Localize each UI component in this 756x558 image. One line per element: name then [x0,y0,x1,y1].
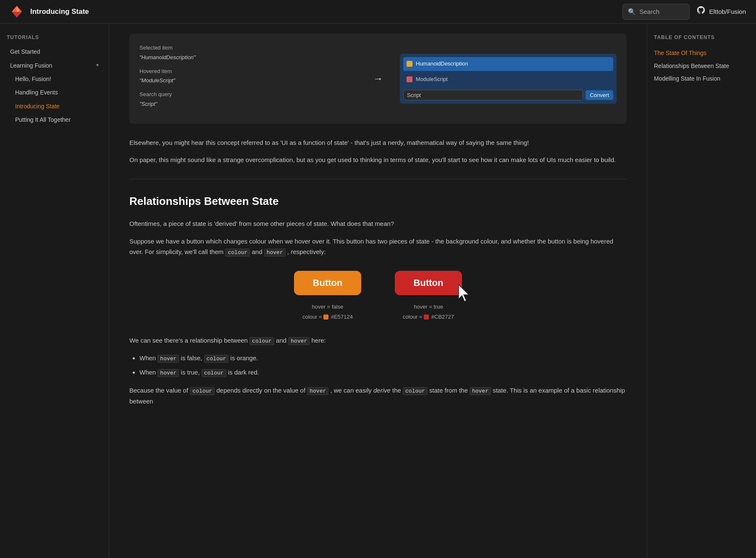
para-ui-as-function: Elsewhere, you might hear this concept r… [129,137,627,148]
para-derived: Oftentimes, a piece of state is 'derived… [129,218,627,229]
divider [129,179,627,179]
code-hover-true: hover [158,369,179,377]
demo-selected-value: "HumanoidDescription" [139,53,356,62]
sidebar-item-hello-fusion[interactable]: Hello, Fusion! [12,72,102,86]
italic-derive: derive [373,387,391,394]
btn-right-colour-swatch [424,314,429,320]
para-overcomplication: On paper, this might sound like a strang… [129,155,627,165]
btn-right-colour-value: #CB2727 [431,314,454,320]
demo-search-row: Convert [403,90,613,100]
sidebar-item-get-started[interactable]: Get Started [7,45,102,58]
demo-arrow-icon: → [373,71,383,86]
sidebar-group-header-learning-fusion[interactable]: Learning Fusion ▾ [7,59,102,72]
github-icon [696,5,706,18]
para6-end: the [392,387,403,394]
list-item-false-prefix: When [139,354,158,362]
list-item-false: When hover is false, colour is orange. [139,353,627,364]
demo-ui-box: HumanoidDescription ModuleScript Convert [400,54,617,104]
main-content: Selected item "HumanoidDescription" Hove… [109,24,647,558]
demo-selected-item: Selected item "HumanoidDescription" [139,44,356,62]
demo-search-input[interactable] [403,90,583,100]
para-relationship: We can see there's a relationship betwee… [129,335,627,346]
toc-item-modelling[interactable]: Modelling State In Fusion [654,72,749,85]
header-title: Introducing State [30,6,89,17]
header: Introducing State 🔍 Search Elttob/Fusion [0,0,756,24]
button-demo-hovered: Button hover = true colour = #CB2727 [395,271,462,322]
btn-left-hover-state: hover = false [302,302,353,312]
sidebar-item-introducing-state[interactable]: Introducing State [12,100,102,113]
para6-end2: state from the [429,387,468,394]
demo-selected-label: Selected item [139,44,356,52]
button-not-hovered[interactable]: Button [294,271,361,295]
toc-title: Table of contents [654,34,749,42]
demo-ui-row-humanoid-label: HumanoidDescription [416,60,468,68]
btn-right-colour-label: colour = [403,314,423,320]
demo-ui-row-module: ModuleScript [403,73,613,86]
sidebar-children-learning-fusion: Hello, Fusion! Handling Events Introduci… [7,72,102,127]
demo-hovered-item: Hovered item "ModuleScript" [139,67,356,86]
para4-and: and [252,248,264,255]
code-hover2: hover [288,337,310,345]
para6-start: Because the value of [129,387,188,394]
para6-mid2: , we can easily [330,387,371,394]
btn-right-state-info: hover = true colour = #CB2727 [403,302,454,322]
para4-text: Suppose we have a button which changes c… [129,238,613,256]
list-item-true-suffix: is dark red. [228,369,259,376]
logo [10,5,24,18]
btn-left-colour-info: colour = #E57124 [302,312,353,322]
para5-end: here: [311,337,326,344]
code-hover4: hover [470,387,491,395]
code-colour4: colour [403,387,428,395]
para4-respectively: , respectively: [287,248,326,255]
button-demo-not-hovered: Button hover = false colour = #E57124 [294,271,361,322]
demo-ui-row-humanoid: HumanoidDescription [403,57,613,71]
sidebar-item-putting-it-all-together[interactable]: Putting It All Together [12,113,102,126]
demo-left-panel: Selected item "HumanoidDescription" Hove… [139,44,356,114]
list-item-true-prefix: When [139,369,158,376]
para-button-state: Suppose we have a button which changes c… [129,236,627,258]
para6-mid-text: depends directly on the value of [216,387,305,394]
button-demo-section: Button hover = false colour = #E57124 Bu… [129,271,627,322]
para5-and: and [276,337,288,344]
code-colour: colour [225,249,250,257]
demo-hovered-value: "ModuleScript" [139,76,356,85]
list-item-true-mid: is true, [181,369,202,376]
section-relationships-heading: Relationships Between State [129,193,627,210]
list-item-false-suffix: is orange. [231,354,258,362]
para5-start: We can see there's a relationship betwee… [129,337,248,344]
toc-item-relationships[interactable]: Relationships Between State [654,60,749,72]
sidebar-right: Table of contents The State Of Things Re… [647,24,756,558]
btn-left-state-info: hover = false colour = #E57124 [302,302,353,322]
convert-button[interactable]: Convert [585,90,613,100]
toc-item-state-of-things[interactable]: The State Of Things [654,47,749,59]
search-button[interactable]: 🔍 Search [622,4,690,20]
button-hovered[interactable]: Button [395,271,462,295]
list-item-false-mid: is false, [181,354,204,362]
code-colour-true: colour [202,369,226,377]
sidebar-group-label: Learning Fusion [10,61,52,70]
btn-right-colour-info: colour = #CB2727 [403,312,454,322]
demo-right-panel: HumanoidDescription ModuleScript Convert [400,54,617,104]
code-colour3: colour [190,387,215,395]
sidebar-section-label: Tutorials [7,34,102,42]
list-item-true: When hover is true, colour is dark red. [139,367,627,378]
demo-box: Selected item "HumanoidDescription" Hove… [129,34,627,124]
sidebar-left: Tutorials Get Started Learning Fusion ▾ … [0,24,109,558]
btn-left-colour-label: colour = [302,314,322,320]
chevron-down-icon: ▾ [96,61,99,69]
btn-right-hover-state: hover = true [403,302,454,312]
module-icon [407,76,412,82]
relationship-list: When hover is false, colour is orange. W… [139,353,627,378]
sidebar-group-learning-fusion: Learning Fusion ▾ Hello, Fusion! Handlin… [7,59,102,127]
humanoid-icon [407,61,412,67]
github-label: Elttob/Fusion [709,7,746,17]
sidebar-item-handling-events[interactable]: Handling Events [12,86,102,99]
demo-ui-row-module-label: ModuleScript [416,75,448,84]
demo-search-query: Search query "Script" [139,90,356,109]
demo-search-value: "Script" [139,100,356,109]
demo-hovered-label: Hovered item [139,67,356,76]
demo-search-label: Search query [139,90,356,99]
github-link[interactable]: Elttob/Fusion [696,5,746,18]
btn-left-colour-swatch [323,314,328,320]
code-colour-false: colour [204,355,229,363]
